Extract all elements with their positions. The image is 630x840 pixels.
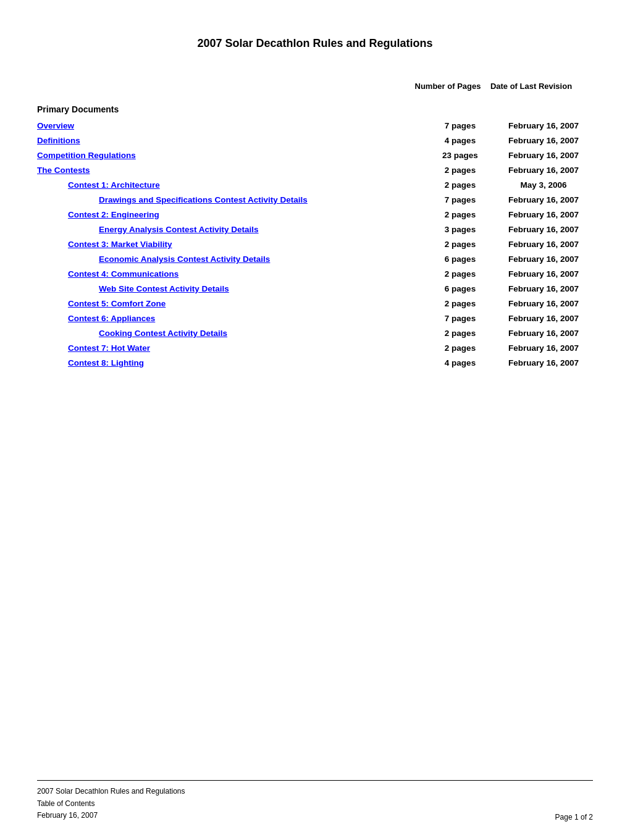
footer-left: 2007 Solar Decathlon Rules and Regulatio… [37, 786, 593, 821]
toc-date-the-contests: February 16, 2007 [494, 166, 593, 175]
toc-row-web-site: Web Site Contest Activity Details6 pages… [37, 284, 593, 293]
toc-row-economic-analysis: Economic Analysis Contest Activity Detai… [37, 254, 593, 264]
toc-label-contest-5[interactable]: Contest 5: Comfort Zone [37, 298, 426, 308]
toc-link-economic-analysis[interactable]: Economic Analysis Contest Activity Detai… [99, 254, 270, 264]
col-pages-header: Number of Pages [414, 81, 482, 92]
toc-pages-definitions: 4 pages [426, 136, 494, 145]
toc-label-economic-analysis[interactable]: Economic Analysis Contest Activity Detai… [37, 254, 426, 264]
toc-pages-drawings-specs: 7 pages [426, 195, 494, 204]
toc-date-drawings-specs: February 16, 2007 [494, 195, 593, 204]
toc-label-contest-8[interactable]: Contest 8: Lighting [37, 358, 426, 368]
toc-link-definitions[interactable]: Definitions [37, 136, 80, 145]
toc-label-the-contests[interactable]: The Contests [37, 165, 426, 175]
toc-label-overview[interactable]: Overview [37, 120, 426, 130]
toc-date-contest-5: February 16, 2007 [494, 299, 593, 308]
toc-row-contest-3: Contest 3: Market Viability2 pagesFebrua… [37, 239, 593, 249]
toc-link-energy-analysis[interactable]: Energy Analysis Contest Activity Details [99, 225, 259, 234]
toc-link-competition-regulations[interactable]: Competition Regulations [37, 151, 136, 160]
toc-row-contest-6: Contest 6: Appliances7 pagesFebruary 16,… [37, 313, 593, 323]
toc-pages-the-contests: 2 pages [426, 166, 494, 175]
toc-label-contest-6[interactable]: Contest 6: Appliances [37, 313, 426, 323]
footer-line3: February 16, 2007 [37, 810, 593, 821]
toc-link-contest-8[interactable]: Contest 8: Lighting [68, 358, 144, 368]
toc-row-competition-regulations: Competition Regulations23 pagesFebruary … [37, 150, 593, 160]
toc-date-definitions: February 16, 2007 [494, 136, 593, 145]
footer-line1: 2007 Solar Decathlon Rules and Regulatio… [37, 786, 593, 797]
toc-table: Overview7 pagesFebruary 16, 2007Definiti… [37, 120, 593, 368]
toc-row-contest-4: Contest 4: Communications2 pagesFebruary… [37, 269, 593, 279]
toc-pages-contest-5: 2 pages [426, 299, 494, 308]
toc-pages-contest-3: 2 pages [426, 240, 494, 249]
toc-pages-contest-2: 2 pages [426, 210, 494, 219]
toc-date-contest-8: February 16, 2007 [494, 358, 593, 368]
toc-row-the-contests: The Contests2 pagesFebruary 16, 2007 [37, 165, 593, 175]
toc-pages-contest-7: 2 pages [426, 343, 494, 353]
toc-link-contest-6[interactable]: Contest 6: Appliances [68, 314, 155, 323]
toc-link-contest-5[interactable]: Contest 5: Comfort Zone [68, 299, 166, 308]
toc-label-cooking[interactable]: Cooking Contest Activity Details [37, 328, 426, 338]
col-date-header: Date of Last Revision [482, 81, 581, 92]
toc-date-contest-4: February 16, 2007 [494, 269, 593, 279]
section-primary-header: Primary Documents [37, 104, 593, 114]
toc-pages-economic-analysis: 6 pages [426, 254, 494, 264]
toc-date-contest-1: May 3, 2006 [494, 180, 593, 190]
toc-pages-web-site: 6 pages [426, 284, 494, 293]
toc-label-drawings-specs[interactable]: Drawings and Specifications Contest Acti… [37, 195, 426, 204]
footer-page-number: Page 1 of 2 [555, 813, 593, 821]
toc-pages-contest-6: 7 pages [426, 314, 494, 323]
footer-line2: Table of Contents [37, 798, 593, 810]
toc-label-contest-7[interactable]: Contest 7: Hot Water [37, 343, 426, 353]
toc-pages-energy-analysis: 3 pages [426, 225, 494, 234]
page-container: 2007 Solar Decathlon Rules and Regulatio… [0, 0, 630, 840]
toc-row-contest-7: Contest 7: Hot Water2 pagesFebruary 16, … [37, 343, 593, 353]
page-title: 2007 Solar Decathlon Rules and Regulatio… [37, 37, 593, 50]
toc-label-energy-analysis[interactable]: Energy Analysis Contest Activity Details [37, 224, 426, 234]
toc-row-energy-analysis: Energy Analysis Contest Activity Details… [37, 224, 593, 234]
toc-link-contest-3[interactable]: Contest 3: Market Viability [68, 240, 172, 249]
toc-date-cooking: February 16, 2007 [494, 329, 593, 338]
toc-row-cooking: Cooking Contest Activity Details2 pagesF… [37, 328, 593, 338]
toc-label-contest-4[interactable]: Contest 4: Communications [37, 269, 426, 279]
toc-label-contest-1[interactable]: Contest 1: Architecture [37, 180, 426, 190]
toc-row-contest-2: Contest 2: Engineering2 pagesFebruary 16… [37, 209, 593, 219]
toc-pages-competition-regulations: 23 pages [426, 151, 494, 160]
toc-row-drawings-specs: Drawings and Specifications Contest Acti… [37, 195, 593, 204]
page-footer: 2007 Solar Decathlon Rules and Regulatio… [37, 780, 593, 821]
toc-pages-cooking: 2 pages [426, 329, 494, 338]
toc-link-contest-1[interactable]: Contest 1: Architecture [68, 180, 160, 190]
toc-pages-overview: 7 pages [426, 121, 494, 130]
toc-row-contest-5: Contest 5: Comfort Zone2 pagesFebruary 1… [37, 298, 593, 308]
toc-link-the-contests[interactable]: The Contests [37, 166, 90, 175]
toc-pages-contest-1: 2 pages [426, 180, 494, 190]
toc-link-cooking[interactable]: Cooking Contest Activity Details [99, 329, 227, 338]
toc-row-contest-8: Contest 8: Lighting4 pagesFebruary 16, 2… [37, 358, 593, 368]
toc-date-contest-3: February 16, 2007 [494, 240, 593, 249]
toc-pages-contest-8: 4 pages [426, 358, 494, 368]
toc-link-contest-7[interactable]: Contest 7: Hot Water [68, 343, 150, 353]
toc-label-contest-3[interactable]: Contest 3: Market Viability [37, 239, 426, 249]
toc-label-contest-2[interactable]: Contest 2: Engineering [37, 209, 426, 219]
toc-label-web-site[interactable]: Web Site Contest Activity Details [37, 284, 426, 293]
toc-date-energy-analysis: February 16, 2007 [494, 225, 593, 234]
toc-date-contest-6: February 16, 2007 [494, 314, 593, 323]
toc-date-contest-7: February 16, 2007 [494, 343, 593, 353]
toc-link-web-site[interactable]: Web Site Contest Activity Details [99, 284, 229, 293]
toc-row-definitions: Definitions4 pagesFebruary 16, 2007 [37, 135, 593, 145]
toc-label-competition-regulations[interactable]: Competition Regulations [37, 150, 426, 160]
toc-link-contest-2[interactable]: Contest 2: Engineering [68, 210, 159, 219]
toc-link-drawings-specs[interactable]: Drawings and Specifications Contest Acti… [99, 195, 308, 204]
toc-row-overview: Overview7 pagesFebruary 16, 2007 [37, 120, 593, 130]
toc-date-overview: February 16, 2007 [494, 121, 593, 130]
toc-pages-contest-4: 2 pages [426, 269, 494, 279]
toc-label-definitions[interactable]: Definitions [37, 135, 426, 145]
toc-row-contest-1: Contest 1: Architecture2 pagesMay 3, 200… [37, 180, 593, 190]
table-header: Number of Pages Date of Last Revision [37, 81, 593, 92]
toc-date-competition-regulations: February 16, 2007 [494, 151, 593, 160]
toc-date-contest-2: February 16, 2007 [494, 210, 593, 219]
toc-link-overview[interactable]: Overview [37, 121, 74, 130]
toc-link-contest-4[interactable]: Contest 4: Communications [68, 269, 178, 279]
toc-date-web-site: February 16, 2007 [494, 284, 593, 293]
toc-date-economic-analysis: February 16, 2007 [494, 254, 593, 264]
